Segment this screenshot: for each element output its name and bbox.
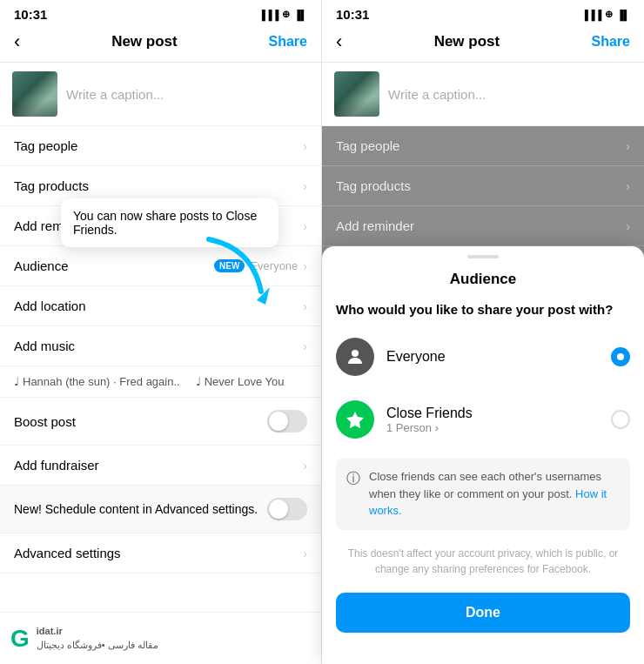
signal-icon: ▐▐▐ [258, 10, 278, 20]
left-boost-label: Boost post [14, 414, 76, 429]
music-note-icon-2: ♩ [196, 375, 201, 388]
right-caption-input[interactable]: Write a caption... [388, 87, 486, 102]
audience-close-friends-option[interactable]: Close Friends 1 Person › [322, 388, 644, 451]
left-arrow [183, 222, 287, 330]
sheet-subtitle: Who would you like to share your post wi… [322, 293, 644, 325]
left-post-header: Write a caption... [0, 63, 321, 126]
audience-everyone-option[interactable]: Everyone [322, 325, 644, 388]
right-tag-products-item: Tag products › [322, 166, 644, 206]
right-add-reminder-label: Add reminder [336, 218, 414, 233]
svg-marker-2 [346, 412, 364, 428]
left-tag-products-chevron: › [303, 179, 307, 193]
left-tag-people-label: Tag people [14, 138, 77, 153]
left-tag-people-chevron: › [303, 139, 307, 153]
info-text-body: Close friends can see each other's usern… [369, 470, 601, 500]
left-music-item-1: ♩ Hannah (the sun) · Fred again.. [14, 375, 180, 388]
right-status-icons: ▐▐▐ ⊕ ▐▌ [581, 9, 630, 20]
everyone-name: Everyone [386, 349, 599, 365]
footer-note: This doesn't affect your account privacy… [322, 537, 644, 586]
left-add-music-label: Add music [14, 339, 75, 353]
right-wifi-icon: ⊕ [605, 9, 613, 20]
right-tag-people-chevron: › [626, 139, 630, 153]
left-nav-title: New post [111, 33, 178, 50]
left-music-item-2: ♩ Never Love You [196, 375, 285, 388]
left-music-track2: Never Love You [205, 375, 285, 388]
close-friends-radio[interactable] [611, 410, 630, 429]
battery-icon: ▐▌ [293, 10, 307, 20]
wm-site: idat.ir [37, 626, 63, 636]
left-music-track1: Hannah (the sun) · Fred again.. [23, 375, 180, 388]
close-friends-icon [336, 400, 374, 439]
left-tag-people-item[interactable]: Tag people › [0, 126, 321, 166]
left-panel: 10:31 ▐▐▐ ⊕ ▐▌ ‹ New post Share Write a … [0, 0, 322, 664]
right-tag-people-item: Tag people › [322, 126, 644, 166]
music-note-icon-1: ♩ [14, 375, 19, 388]
left-nav-bar: ‹ New post Share [0, 25, 321, 63]
right-battery-icon: ▐▌ [616, 10, 630, 20]
left-time: 10:31 [14, 7, 47, 22]
watermark: G idat.ir مقاله فارسی •فروشگاه دیجیتال [0, 612, 321, 664]
left-schedule-toggle-thumb [269, 500, 288, 519]
left-add-location-label: Add location [14, 298, 86, 313]
left-add-location-chevron: › [303, 299, 307, 313]
info-box: ⓘ Close friends can see each other's use… [336, 458, 630, 530]
right-time: 10:31 [336, 7, 369, 22]
left-add-music-item[interactable]: Add music › [0, 326, 321, 366]
wm-text: idat.ir مقاله فارسی •فروشگاه دیجیتال [37, 625, 158, 652]
right-nav-title: New post [434, 33, 500, 50]
right-add-reminder-item: Add reminder › [322, 206, 644, 246]
left-boost-post-item[interactable]: Boost post [0, 398, 321, 446]
left-boost-toggle-thumb [269, 412, 288, 431]
everyone-icon [336, 338, 374, 376]
right-tag-people-label: Tag people [336, 138, 399, 153]
sheet-title: Audience [322, 258, 644, 293]
left-status-icons: ▐▐▐ ⊕ ▐▌ [258, 9, 307, 20]
right-add-reminder-chevron: › [626, 219, 630, 233]
right-post-thumbnail [334, 71, 379, 117]
everyone-radio[interactable] [611, 347, 630, 366]
left-music-row[interactable]: ♩ Hannah (the sun) · Fred again.. ♩ Neve… [0, 366, 321, 398]
left-fundraiser-item[interactable]: Add fundraiser › [0, 446, 321, 486]
left-advanced-label: Advanced settings [14, 546, 121, 560]
left-audience-label: Audience [14, 258, 69, 273]
left-add-music-chevron: › [303, 339, 307, 353]
close-friends-sub: 1 Person › [386, 421, 599, 434]
right-tag-products-chevron: › [626, 179, 630, 193]
close-friends-name: Close Friends [386, 406, 599, 421]
left-tag-products-label: Tag products [14, 178, 89, 193]
right-back-button[interactable]: ‹ [336, 30, 342, 53]
wifi-icon: ⊕ [282, 9, 290, 20]
left-boost-toggle[interactable] [267, 410, 307, 433]
right-status-bar: 10:31 ▐▐▐ ⊕ ▐▌ [322, 0, 644, 25]
right-signal-icon: ▐▐▐ [581, 10, 601, 20]
audience-bottom-sheet: Audience Who would you like to share you… [322, 246, 644, 664]
left-schedule-label: New! Schedule content in Advanced settin… [14, 502, 258, 516]
left-advanced-item[interactable]: Advanced settings › [0, 533, 321, 573]
info-text-content: Close friends can see each other's usern… [369, 468, 620, 520]
right-post-header: Write a caption... [322, 63, 644, 126]
right-tag-products-label: Tag products [336, 178, 411, 193]
left-schedule-toggle[interactable] [267, 498, 307, 520]
left-advanced-chevron: › [303, 547, 307, 560]
close-friends-text: Close Friends 1 Person › [386, 406, 599, 434]
left-schedule-row: New! Schedule content in Advanced settin… [0, 486, 321, 533]
left-status-bar: 10:31 ▐▐▐ ⊕ ▐▌ [0, 0, 321, 25]
done-button[interactable]: Done [336, 593, 630, 633]
wm-tagline: مقاله فارسی •فروشگاه دیجیتال [37, 640, 158, 650]
left-post-thumbnail [12, 71, 57, 117]
svg-point-1 [352, 350, 359, 357]
left-share-button[interactable]: Share [269, 34, 307, 50]
left-back-button[interactable]: ‹ [14, 30, 20, 53]
everyone-text: Everyone [386, 349, 599, 365]
left-caption-input[interactable]: Write a caption... [66, 87, 164, 102]
left-audience-chevron: › [303, 259, 307, 273]
left-fundraiser-chevron: › [303, 459, 307, 473]
left-add-reminder-chevron: › [303, 219, 307, 233]
right-panel: 10:31 ▐▐▐ ⊕ ▐▌ ‹ New post Share Write a … [322, 0, 644, 664]
wm-g-letter: G [10, 625, 30, 653]
info-icon: ⓘ [346, 470, 360, 488]
left-fundraiser-label: Add fundraiser [14, 458, 99, 473]
right-nav-bar: ‹ New post Share [322, 25, 644, 63]
right-share-button[interactable]: Share [592, 34, 630, 50]
everyone-radio-dot [617, 353, 624, 360]
